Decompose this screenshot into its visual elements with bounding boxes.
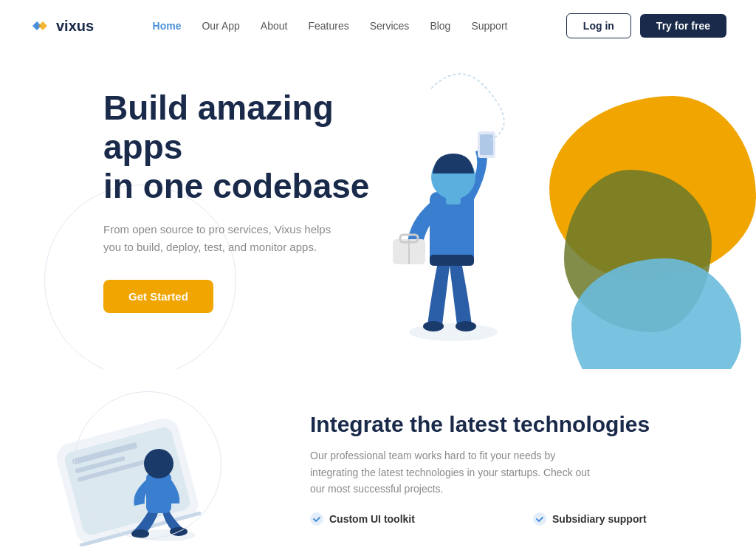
nav-actions: Log in Try for free: [566, 13, 726, 38]
nav-features-link[interactable]: Features: [308, 20, 348, 32]
nav-about-link[interactable]: About: [261, 20, 288, 32]
hero-illustration: [372, 66, 535, 347]
logo-icon: [30, 18, 50, 33]
hero-title: Build amazing apps in one codebase: [103, 89, 413, 206]
svg-rect-10: [446, 196, 461, 204]
section2: Integrate the latest technologies Our pr…: [0, 369, 756, 546]
hero-section: Build amazing apps in one codebase From …: [0, 52, 756, 369]
svg-point-2: [456, 321, 476, 331]
section2-title: Integrate the latest technologies: [310, 412, 712, 437]
nav-support-link[interactable]: Support: [471, 20, 507, 32]
svg-rect-11: [430, 255, 474, 266]
feature-item-1: Subsidiary support: [533, 512, 712, 526]
nav-services-link[interactable]: Services: [370, 20, 410, 32]
nav-blog-link[interactable]: Blog: [430, 20, 450, 32]
login-button[interactable]: Log in: [566, 13, 631, 38]
svg-rect-8: [480, 134, 493, 155]
nav-home[interactable]: Home: [153, 19, 182, 32]
feature-item-0: Custom UI toolkit: [310, 512, 489, 526]
nav-ourapp[interactable]: Our App: [202, 19, 239, 32]
hero-content: Build amazing apps in one codebase From …: [103, 74, 413, 313]
nav-blog[interactable]: Blog: [430, 19, 450, 32]
brand-name: vixus: [56, 18, 94, 35]
feature-list: Custom UI toolkit Subsidiary support: [310, 512, 712, 526]
section2-content: Integrate the latest technologies Our pr…: [310, 405, 712, 525]
blob-decoration: [520, 96, 756, 369]
feature-label-1: Subsidiary support: [552, 513, 647, 525]
nav-home-link[interactable]: Home: [153, 20, 182, 32]
section2-circle-decoration: [74, 391, 221, 539]
logo[interactable]: vixus: [30, 18, 94, 35]
svg-point-0: [409, 323, 498, 341]
svg-point-23: [310, 512, 323, 526]
navbar: vixus Home Our App About Features Servic…: [0, 0, 756, 52]
feature-label-0: Custom UI toolkit: [329, 513, 415, 525]
nav-features[interactable]: Features: [308, 19, 348, 32]
nav-ourapp-link[interactable]: Our App: [202, 20, 239, 32]
svg-point-1: [423, 321, 444, 331]
hero-subtitle: From open source to pro services, Vixus …: [103, 221, 340, 256]
nav-links: Home Our App About Features Services Blo…: [153, 19, 508, 32]
section2-text: Our professional team works hard to fit …: [310, 447, 591, 497]
check-icon-1: [533, 512, 546, 526]
nav-services[interactable]: Services: [370, 19, 410, 32]
check-icon-0: [310, 512, 323, 526]
get-started-button[interactable]: Get Started: [103, 280, 213, 313]
try-free-button[interactable]: Try for free: [640, 14, 726, 38]
nav-support[interactable]: Support: [471, 19, 507, 32]
section2-illustration: [44, 384, 266, 546]
svg-point-24: [533, 512, 546, 526]
nav-about[interactable]: About: [261, 19, 288, 32]
